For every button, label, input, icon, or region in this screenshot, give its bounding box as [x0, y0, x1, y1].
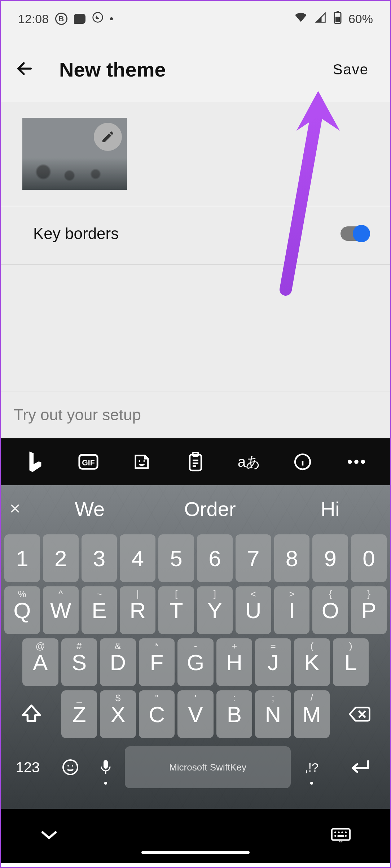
suggestion-bar: ✕ We Order Hi [1, 485, 390, 532]
app-bar: New theme Save [1, 37, 390, 102]
key-h[interactable]: +H [216, 638, 252, 686]
key-3[interactable]: 3 [82, 534, 117, 582]
key-n[interactable]: ;N [255, 690, 291, 738]
key-c[interactable]: "C [139, 690, 175, 738]
clipboard-icon[interactable] [176, 447, 215, 476]
svg-point-29 [338, 832, 340, 833]
svg-point-32 [334, 835, 336, 837]
key-4[interactable]: 4 [120, 534, 155, 582]
suggestion-1[interactable]: We [30, 497, 150, 521]
key-s[interactable]: #S [61, 638, 97, 686]
key-b[interactable]: :B [216, 690, 252, 738]
key-5[interactable]: 5 [158, 534, 194, 582]
svg-rect-34 [337, 835, 344, 837]
key-space[interactable]: Microsoft SwiftKey [125, 746, 291, 788]
svg-rect-27 [332, 829, 350, 840]
key-f[interactable]: *F [139, 638, 175, 686]
key-borders-row[interactable]: Key borders [1, 206, 390, 265]
more-icon[interactable] [337, 447, 376, 476]
svg-point-22 [63, 760, 78, 774]
svg-point-7 [139, 460, 140, 462]
svg-point-33 [345, 835, 347, 837]
key-d[interactable]: &D [100, 638, 136, 686]
key-m[interactable]: /M [294, 690, 330, 738]
status-battery-pct: 60% [348, 12, 373, 26]
status-dot-icon [110, 17, 113, 20]
info-icon[interactable] [283, 447, 322, 476]
key-p[interactable]: }P [351, 586, 387, 634]
status-wifi-icon [294, 12, 308, 26]
key-x[interactable]: $X [100, 690, 136, 738]
edit-theme-button[interactable] [94, 123, 122, 151]
svg-point-19 [361, 460, 365, 464]
svg-point-18 [355, 460, 358, 464]
suggestion-3[interactable]: Hi [270, 497, 390, 521]
key-i[interactable]: >I [274, 586, 310, 634]
status-bar: 12:08 B 60% [1, 1, 390, 37]
status-b-icon: B [55, 13, 67, 25]
svg-point-8 [144, 460, 145, 462]
key-k[interactable]: (K [294, 638, 330, 686]
svg-text:GIF: GIF [82, 459, 95, 467]
keyboard-toolbar: GIF aあ [1, 438, 390, 485]
key-backspace[interactable] [333, 690, 387, 738]
back-button[interactable] [15, 59, 34, 79]
key-1[interactable]: 1 [4, 534, 40, 582]
key-w[interactable]: ^W [43, 586, 79, 634]
key-9[interactable]: 9 [312, 534, 348, 582]
key-g[interactable]: -G [177, 638, 214, 686]
svg-point-24 [72, 765, 73, 767]
nav-collapse-icon[interactable] [40, 830, 58, 842]
key-r[interactable]: |R [120, 586, 155, 634]
key-y[interactable]: ]Y [197, 586, 233, 634]
nav-keyboard-switch-icon[interactable] [331, 828, 351, 844]
key-j[interactable]: =J [255, 638, 291, 686]
key-2[interactable]: 2 [43, 534, 79, 582]
bing-icon[interactable] [15, 447, 54, 476]
status-time: 12:08 [18, 12, 49, 26]
close-suggestions-button[interactable]: ✕ [1, 500, 30, 517]
key-q[interactable]: %Q [4, 586, 40, 634]
theme-thumbnail[interactable] [22, 118, 127, 190]
key-punctuation[interactable]: ,!? [294, 743, 330, 791]
key-a[interactable]: @A [22, 638, 58, 686]
key-7[interactable]: 7 [236, 534, 271, 582]
page-title: New theme [59, 58, 333, 81]
status-whatsapp-icon [92, 12, 104, 26]
key-6[interactable]: 6 [197, 534, 233, 582]
key-z[interactable]: _Z [61, 690, 97, 738]
gif-icon[interactable]: GIF [69, 447, 108, 476]
key-o[interactable]: {O [312, 586, 348, 634]
nav-home-indicator[interactable] [141, 851, 250, 854]
sticker-icon[interactable] [122, 447, 162, 476]
key-l[interactable]: )L [333, 638, 369, 686]
suggestion-2[interactable]: Order [150, 497, 270, 521]
key-emoji[interactable] [54, 743, 87, 791]
svg-rect-25 [104, 760, 108, 769]
status-signal-icon [315, 12, 327, 26]
key-u[interactable]: <U [236, 586, 271, 634]
svg-rect-2 [337, 11, 339, 13]
svg-point-31 [345, 832, 347, 833]
svg-rect-3 [335, 17, 340, 22]
status-chat-icon [74, 14, 85, 24]
key-borders-toggle[interactable] [341, 226, 369, 241]
key-mic[interactable] [89, 743, 122, 791]
content: Key borders Try out your setup [1, 102, 390, 438]
key-v[interactable]: 'V [177, 690, 213, 738]
translate-icon[interactable]: aあ [229, 447, 269, 476]
save-button[interactable]: Save [333, 61, 369, 78]
svg-point-28 [334, 832, 336, 833]
status-battery-icon [333, 11, 342, 27]
key-e[interactable]: ~E [82, 586, 117, 634]
key-shift[interactable] [4, 690, 58, 738]
key-t[interactable]: [T [158, 586, 194, 634]
key-0[interactable]: 0 [351, 534, 387, 582]
svg-point-30 [341, 832, 343, 833]
try-input[interactable]: Try out your setup [1, 391, 390, 438]
key-8[interactable]: 8 [274, 534, 310, 582]
svg-point-23 [67, 765, 69, 767]
svg-point-17 [348, 460, 351, 464]
key-enter[interactable] [333, 743, 387, 791]
key-numbers[interactable]: 123 [4, 743, 51, 791]
